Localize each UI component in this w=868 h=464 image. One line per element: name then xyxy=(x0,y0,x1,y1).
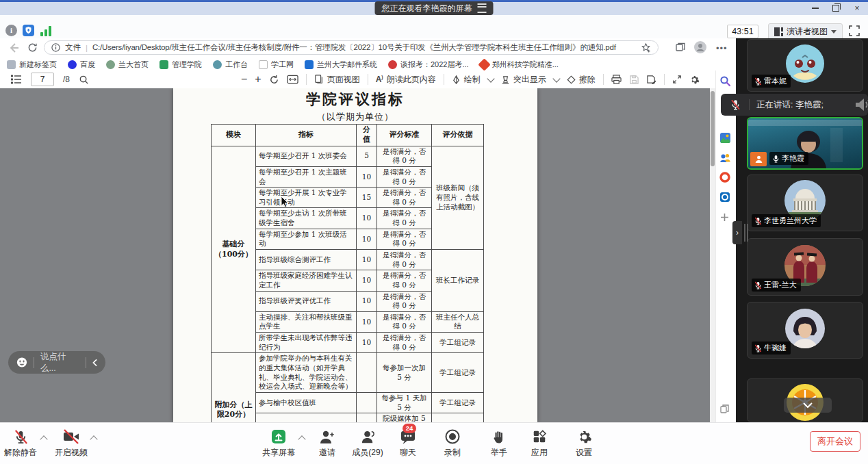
erase-button[interactable]: 擦除 xyxy=(567,74,596,86)
pdf-scrollbar[interactable] xyxy=(710,88,715,422)
network-signal-icon[interactable] xyxy=(40,25,52,36)
speaking-toast: 正在讲话: 李艳霞; xyxy=(721,94,868,116)
speaker-icon xyxy=(853,96,868,113)
fit-width-icon[interactable] xyxy=(287,75,298,84)
bookmark-item[interactable]: 郑州科技学院精准... xyxy=(480,60,559,70)
collections-icon[interactable] xyxy=(675,42,686,55)
screen-watch-banner[interactable]: 您正在观看李艳霞的屏幕 xyxy=(375,1,494,15)
scrollbar-thumb[interactable] xyxy=(711,91,715,166)
highlight-button[interactable]: 突出显示 xyxy=(501,74,546,86)
draw-dropdown-icon[interactable] xyxy=(487,75,494,82)
scroll-participants-button[interactable] xyxy=(784,398,832,413)
close-button[interactable]: × xyxy=(853,4,861,12)
banner-menu-icon[interactable] xyxy=(478,3,487,13)
leave-meeting-button[interactable]: 离开会议 xyxy=(810,431,860,452)
participant-tile-speaking[interactable]: 李艳霞 xyxy=(747,117,863,170)
apps-button[interactable]: 应用 xyxy=(523,428,556,459)
save-as-icon[interactable] xyxy=(646,75,656,84)
security-shield-icon[interactable] xyxy=(23,25,34,36)
raise-hand-icon xyxy=(483,428,515,446)
record-button[interactable]: 录制 xyxy=(436,428,469,459)
sidebar-collapse-handle[interactable]: › xyxy=(732,221,742,244)
members-button[interactable]: 成员(29) xyxy=(348,428,387,459)
bookmark-item[interactable]: 新建标签页 xyxy=(7,60,57,70)
mic-options-caret[interactable] xyxy=(41,437,47,443)
page-info-icon[interactable] xyxy=(51,43,60,52)
settings-button[interactable]: 设置 xyxy=(567,428,600,459)
sidebar-search-icon[interactable] xyxy=(719,75,732,88)
bookmark-item[interactable]: 管理学院 xyxy=(159,60,202,70)
minimize-button[interactable] xyxy=(812,4,820,12)
sidebar-resize-grip[interactable] xyxy=(744,224,745,242)
unmute-button[interactable]: 解除静音 xyxy=(3,428,38,459)
read-aloud-button[interactable]: A) 朗读此页内容 xyxy=(376,74,436,86)
avatar xyxy=(784,308,826,349)
zoom-in-icon[interactable]: + xyxy=(255,73,261,86)
zzkj-favicon xyxy=(478,58,490,70)
raise-hand-button[interactable]: 举手 xyxy=(483,428,515,459)
sidebar-photos-icon[interactable] xyxy=(719,132,732,144)
back-icon[interactable] xyxy=(8,42,19,56)
bookmark-item[interactable]: 工作台 xyxy=(213,60,248,70)
share-options-caret[interactable] xyxy=(299,437,305,443)
save-icon[interactable] xyxy=(629,75,639,84)
evaluation-table: 模块指标分值评分标准评分依据 基础分（100分） 每学期至少召开 1 次班委会5… xyxy=(211,124,484,422)
highlight-dropdown-icon[interactable] xyxy=(552,75,560,82)
bookmark-item[interactable]: 百度 xyxy=(68,60,95,70)
chat-button[interactable]: 24 聊天 xyxy=(393,428,423,459)
favorite-star-icon[interactable] xyxy=(641,42,651,53)
profile-avatar-icon[interactable] xyxy=(694,41,706,56)
view-mode-button[interactable]: 演讲者视图 xyxy=(768,23,843,40)
collapse-chat-icon[interactable] xyxy=(92,359,98,367)
pdf-search-icon[interactable] xyxy=(79,75,89,85)
restore-button[interactable] xyxy=(832,4,841,12)
print-icon[interactable] xyxy=(611,75,622,84)
record-icon xyxy=(436,428,469,446)
share-screen-button[interactable]: 共享屏幕 xyxy=(261,428,296,459)
page-total: /8 xyxy=(63,75,70,84)
participant-name-tag: 牛琬婕 xyxy=(752,341,791,355)
sidebar-outlook-icon[interactable] xyxy=(719,192,732,204)
draw-button[interactable]: 绘制 xyxy=(452,74,481,86)
bookmark-item[interactable]: 学工网 xyxy=(259,60,294,70)
zoom-out-icon[interactable]: − xyxy=(241,73,247,86)
participant-tile[interactable]: 牛琬婕 xyxy=(747,302,863,359)
invite-button[interactable]: 邀请 xyxy=(311,428,344,459)
meeting-info-icon[interactable]: i xyxy=(5,25,17,36)
speaking-toast-text: 正在讲话: 李艳霞; xyxy=(756,99,824,111)
address-bar[interactable]: 文件 | C:/Users/liyan/Desktop/班主任工作会议/班主任考… xyxy=(44,40,659,55)
browser-more-icon[interactable]: ••• xyxy=(716,43,728,53)
participant-tile[interactable]: 李世勇兰州大学 xyxy=(747,175,863,231)
video-options-caret[interactable] xyxy=(91,437,97,443)
quick-chat-bar[interactable]: 说点什么... xyxy=(8,351,105,374)
participant-tile[interactable]: 王雷-兰大 xyxy=(747,238,863,296)
page-number-input[interactable]: 7 xyxy=(31,73,54,86)
fullscreen-icon[interactable] xyxy=(849,25,860,39)
mouse-cursor xyxy=(281,196,290,208)
camera-off-icon xyxy=(53,428,89,446)
page-view-button[interactable]: 页面视图 xyxy=(314,74,360,86)
bookmark-item[interactable]: 兰大首页 xyxy=(106,60,149,70)
expand-icon[interactable] xyxy=(672,75,682,84)
presenter-badge-icon xyxy=(750,152,767,166)
chat-input-placeholder[interactable]: 说点什么... xyxy=(40,351,79,374)
toc-icon[interactable] xyxy=(11,75,22,84)
sidebar-resize-grip[interactable] xyxy=(747,224,748,242)
start-video-button[interactable]: 开启视频 xyxy=(53,428,89,459)
sidebar-office-icon[interactable] xyxy=(719,172,732,184)
eraser-icon xyxy=(567,75,576,84)
participant-tile[interactable]: 雷本妮 xyxy=(747,39,863,92)
bookmark-item[interactable]: 兰州大学邮件系统 xyxy=(305,60,377,70)
view-mode-caret-icon xyxy=(831,30,837,34)
sidebar-copy-icon[interactable] xyxy=(719,404,732,416)
sidebar-add-icon[interactable] xyxy=(719,212,732,224)
pdf-settings-icon[interactable] xyxy=(689,75,700,85)
bookmark-item[interactable]: 谈报考：2022届考... xyxy=(388,60,469,70)
pdf-viewport[interactable]: 学院评议指标 （以学期为单位） 模块指标分值评分标准评分依据 基础分（100分）… xyxy=(0,88,710,422)
participant-name-tag: 李艳霞 xyxy=(769,152,808,165)
rotate-icon[interactable] xyxy=(269,75,279,85)
emoji-icon[interactable] xyxy=(16,357,27,368)
refresh-icon[interactable] xyxy=(27,42,38,55)
sidebar-people-icon[interactable] xyxy=(719,152,732,164)
mic-muted-icon xyxy=(754,217,762,225)
